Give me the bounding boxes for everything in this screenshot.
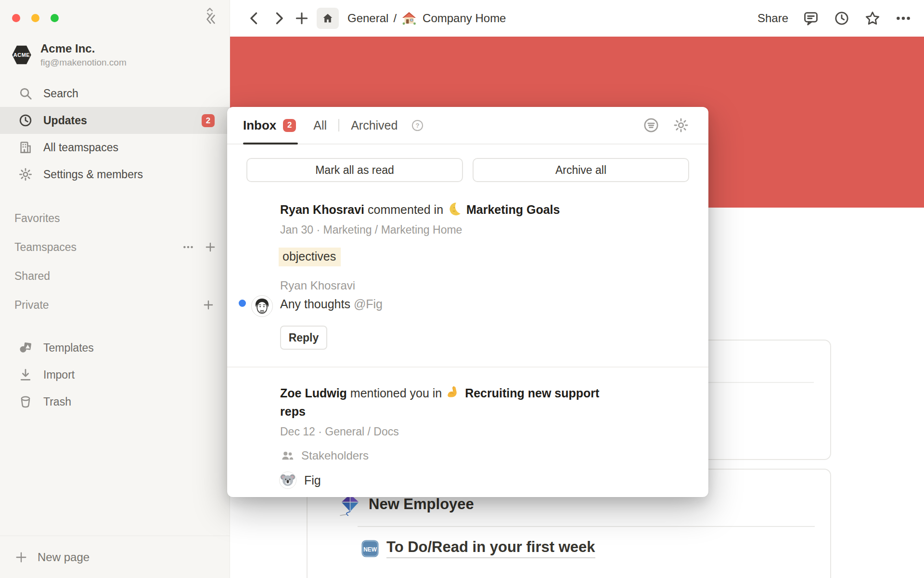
sidebar-item-import[interactable]: Import [0, 361, 230, 388]
mention-name: Fig [304, 473, 321, 487]
teamspaces-more-icon[interactable] [182, 241, 194, 253]
new-tab-plus-button[interactable] [294, 10, 310, 26]
trash-icon [18, 394, 33, 409]
avatar-ryan [251, 295, 273, 317]
tab-archived[interactable]: Archived [351, 118, 398, 132]
workspace-email: fig@makenotion.com [40, 57, 127, 68]
gear-icon [18, 167, 33, 182]
back-button[interactable] [246, 10, 263, 26]
tab-inbox[interactable]: Inbox 2 [243, 118, 296, 133]
forward-button[interactable] [270, 10, 287, 26]
home-breadcrumb-button[interactable] [317, 8, 339, 29]
section-label: Favorites [14, 212, 60, 225]
breadcrumb-separator: / [393, 12, 397, 25]
sidebar-item-label: Templates [43, 342, 94, 355]
archive-all-button[interactable]: Archive all [473, 158, 689, 182]
zoom-window-button[interactable] [51, 14, 59, 22]
inbox-tabs: Inbox 2 All Archived ? [227, 107, 708, 144]
sidebar-item-label: Import [43, 368, 75, 381]
sidebar-section-private[interactable]: Private [14, 294, 49, 315]
audience-row: Stakeholders [280, 448, 606, 463]
favorite-star-icon[interactable] [864, 10, 881, 26]
notification-title: Zoe Ludwig mentioned you in Recruiting n… [280, 384, 606, 420]
inbox-unread-badge: 2 [283, 119, 296, 132]
notion-app-window: ACME Acme Inc. fig@makenotion.com Search… [0, 0, 924, 578]
topbar: General / Company Home Share [230, 0, 924, 37]
updates-count-badge: 2 [202, 114, 215, 127]
filter-icon[interactable] [643, 117, 659, 133]
workspace-logo-text: ACME [13, 52, 30, 58]
people-icon [280, 448, 295, 463]
svg-text:NEW: NEW [363, 546, 377, 552]
sidebar-item-all-teamspaces[interactable]: All teamspaces [0, 134, 230, 161]
sidebar-item-label: Settings & members [43, 168, 143, 181]
sidebar-item-search[interactable]: Search [0, 80, 230, 107]
more-options-icon[interactable] [895, 10, 911, 26]
notification-title: Ryan Khosravi commented in Marketing Goa… [280, 200, 606, 219]
reply-button[interactable]: Reply [280, 326, 327, 350]
mark-all-read-button[interactable]: Mark all as read [246, 158, 463, 182]
user-mention[interactable]: @Fig [354, 297, 383, 311]
notification-separator [227, 367, 708, 368]
new-button-emoji: NEW [360, 539, 380, 558]
action-text: commented in [368, 203, 443, 216]
share-button[interactable]: Share [757, 12, 788, 25]
section-label: Teamspaces [14, 241, 77, 254]
updates-inbox-popover: Inbox 2 All Archived ? Mark all as read … [227, 107, 708, 497]
private-add-icon[interactable] [202, 299, 215, 311]
clock-icon [18, 113, 33, 128]
tab-all[interactable]: All [313, 118, 327, 132]
notification-item[interactable]: Zoe Ludwig mentioned you in Recruiting n… [227, 384, 708, 489]
quoted-highlight: objectives [279, 248, 341, 266]
sidebar-section-favorites[interactable]: Favorites [14, 208, 60, 229]
notification-item[interactable]: Ryan Khosravi commented in Marketing Goa… [227, 200, 708, 350]
sidebar-item-label: Search [43, 87, 78, 100]
sidebar-item-label: All teamspaces [43, 141, 118, 154]
notification-meta: Jan 30 · Marketing / Marketing Home [280, 223, 606, 237]
breadcrumb-page-title[interactable]: Company Home [423, 12, 506, 25]
workspace-switcher[interactable]: ACME Acme Inc. fig@makenotion.com [12, 41, 218, 68]
sidebar-section-shared[interactable]: Shared [14, 265, 50, 287]
new-page-button[interactable]: New page [0, 536, 230, 578]
sidebar-section-teamspaces[interactable]: Teamspaces [14, 236, 77, 258]
teamspaces-add-icon[interactable] [204, 241, 217, 253]
koala-emoji [279, 472, 296, 489]
house-emoji [401, 11, 417, 26]
close-window-button[interactable] [12, 14, 20, 22]
history-clock-icon[interactable] [834, 10, 850, 26]
building-icon [18, 140, 33, 155]
sidebar-item-settings-members[interactable]: Settings & members [0, 161, 230, 188]
workspace-logo: ACME [12, 45, 32, 65]
window-controls [12, 14, 59, 22]
breadcrumb-root[interactable]: General [347, 12, 388, 25]
section-label: Shared [14, 270, 50, 283]
author-name: Zoe Ludwig [280, 386, 347, 400]
help-icon[interactable]: ? [411, 119, 424, 132]
mention-row: Fig [279, 472, 606, 489]
sidebar: ACME Acme Inc. fig@makenotion.com Search… [0, 0, 230, 578]
shapes-icon [18, 341, 33, 355]
comment-author: Ryan Khosravi [280, 278, 606, 293]
breadcrumb: General / Company Home [347, 11, 506, 26]
tab-inbox-label: Inbox [243, 118, 276, 133]
crescent-moon-emoji [448, 202, 462, 216]
unread-dot [239, 300, 246, 307]
comment-text: Any thoughts [280, 297, 350, 311]
notification-meta: Dec 12 · General / Docs [280, 424, 606, 439]
embedded-page-title[interactable]: New Employee [369, 496, 474, 513]
sidebar-item-templates[interactable]: Templates [0, 334, 230, 361]
sidebar-item-trash[interactable]: Trash [0, 388, 230, 415]
todo-page-link[interactable]: To Do/Read in your first week [386, 539, 595, 558]
divider [358, 526, 815, 527]
section-label: Private [14, 299, 49, 312]
home-icon [321, 12, 334, 25]
plus-icon [14, 551, 28, 564]
workspace-switch-icon[interactable] [204, 6, 216, 18]
comments-icon[interactable] [803, 10, 819, 26]
author-name: Ryan Khosravi [280, 203, 364, 216]
new-page-label: New page [38, 551, 90, 564]
svg-text:?: ? [416, 122, 420, 129]
settings-gear-icon[interactable] [673, 117, 689, 133]
minimize-window-button[interactable] [31, 14, 39, 22]
sidebar-item-updates[interactable]: Updates 2 [0, 107, 230, 134]
